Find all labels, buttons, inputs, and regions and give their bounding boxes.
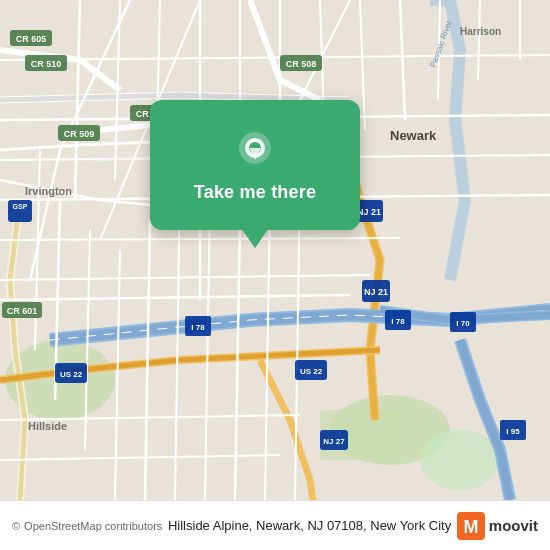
svg-text:Hillside: Hillside — [28, 420, 67, 432]
svg-text:NJ 27: NJ 27 — [323, 437, 345, 446]
svg-text:Harrison: Harrison — [460, 26, 501, 37]
svg-text:CR 508: CR 508 — [286, 59, 317, 69]
svg-text:CR 509: CR 509 — [64, 129, 95, 139]
svg-text:M: M — [463, 517, 478, 537]
moovit-logo: M moovit — [457, 512, 538, 540]
svg-text:I 95: I 95 — [506, 427, 520, 436]
svg-text:CR 601: CR 601 — [7, 306, 38, 316]
svg-text:CR 605: CR 605 — [16, 34, 47, 44]
svg-text:US 22: US 22 — [60, 370, 83, 379]
svg-text:Irvington: Irvington — [25, 185, 72, 197]
svg-text:CR 510: CR 510 — [31, 59, 62, 69]
bottom-bar: © OpenStreetMap contributors Hillside Al… — [0, 500, 550, 550]
svg-text:NJ 21: NJ 21 — [357, 207, 381, 217]
svg-text:NJ 21: NJ 21 — [364, 287, 388, 297]
moovit-icon: M — [457, 512, 485, 540]
svg-text:US 22: US 22 — [300, 367, 323, 376]
location-text: Hillside Alpine, Newark, NJ 07108, New Y… — [168, 518, 451, 533]
osm-credit: OpenStreetMap contributors — [24, 520, 162, 532]
svg-text:I 70: I 70 — [456, 319, 470, 328]
svg-text:GSP: GSP — [13, 203, 28, 210]
map-container: CR 605 CR 509 CR 509 CR 508 CR 510 NJ 21… — [0, 0, 550, 500]
copyright-symbol: © — [12, 520, 20, 532]
svg-text:I 78: I 78 — [391, 317, 405, 326]
bottom-bar-left: © OpenStreetMap contributors — [12, 520, 162, 532]
pin-button-group[interactable]: Take me there — [150, 100, 360, 230]
take-me-there-button[interactable]: Take me there — [194, 182, 316, 203]
svg-text:I 78: I 78 — [191, 323, 205, 332]
location-pin-icon — [231, 128, 279, 176]
svg-point-3 — [420, 430, 500, 490]
take-me-there-card[interactable]: Take me there — [150, 100, 360, 230]
svg-text:Newark: Newark — [390, 128, 437, 143]
moovit-label: moovit — [489, 517, 538, 534]
